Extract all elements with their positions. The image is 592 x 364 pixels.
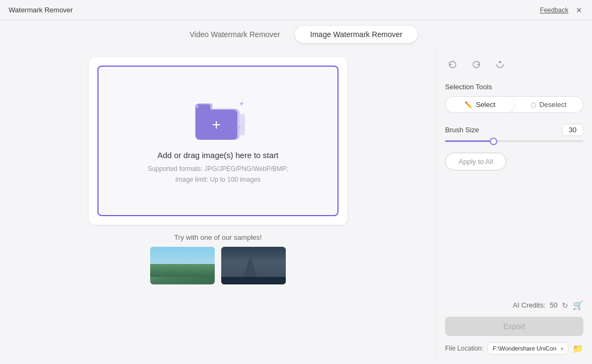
- apply-all-button[interactable]: Apply to All: [445, 153, 506, 170]
- eraser-icon: ◌: [531, 101, 536, 109]
- undo-button[interactable]: [445, 57, 460, 72]
- slider-track: [445, 140, 583, 142]
- samples-row: [89, 247, 347, 284]
- main-layout: + ✦ ✦ ✦ Add or drag image(s) here to sta…: [0, 48, 592, 363]
- right-panel: Selection Tools ✏️ Select ◌ Deselect Bru…: [436, 48, 592, 363]
- tab-video-watermark[interactable]: Video Watermark Remover: [174, 26, 295, 43]
- brush-size-value: 30: [562, 124, 583, 136]
- bottom-section: AI Credits: 50 ↻ 🛒 Export File Location:…: [445, 300, 583, 354]
- file-location-label: File Location:: [445, 345, 483, 352]
- folder-icon: + ✦ ✦ ✦: [191, 97, 245, 140]
- app-title: Watermark Remover: [9, 6, 73, 14]
- file-location-select[interactable]: F:\Wondershare UniCon ▾: [488, 342, 568, 354]
- brush-size-slider[interactable]: [445, 140, 583, 142]
- file-location-row: File Location: F:\Wondershare UniCon ▾ 📁: [445, 342, 583, 354]
- file-location-path: F:\Wondershare UniCon: [492, 345, 556, 352]
- samples-section: Try with one of our samples!: [89, 233, 347, 284]
- selection-tools-row: ✏️ Select ◌ Deselect: [445, 96, 583, 113]
- sparkle-icon-tr: ✦: [238, 99, 245, 108]
- sparkle-icon-br: ✦: [236, 123, 242, 132]
- credits-refresh-icon[interactable]: ↻: [562, 301, 568, 310]
- title-bar-actions: Feedback ✕: [540, 6, 583, 15]
- upload-subtitle: Supported formats: JPG/JPEG/PNG/WebP/BMP…: [147, 164, 288, 184]
- tab-image-watermark[interactable]: Image Watermark Remover: [295, 26, 417, 43]
- sample-thumbnail-2[interactable]: [221, 247, 286, 284]
- brush-size-row: Brush Size 30: [445, 124, 583, 136]
- plus-icon: +: [212, 117, 221, 132]
- open-folder-icon[interactable]: 📁: [573, 344, 583, 354]
- sparkle-icon-tl: ✦: [194, 102, 200, 111]
- deselect-button[interactable]: ◌ Deselect: [515, 97, 583, 112]
- ai-credits-value: 50: [550, 301, 558, 309]
- folder-main: +: [195, 110, 237, 140]
- brush-size-label: Brush Size: [445, 126, 479, 134]
- undo-icon: [448, 60, 457, 69]
- credits-cart-icon[interactable]: 🛒: [573, 300, 583, 310]
- upload-area[interactable]: + ✦ ✦ ✦ Add or drag image(s) here to sta…: [97, 66, 339, 216]
- tab-bar: Video Watermark Remover Image Watermark …: [0, 20, 592, 48]
- sample-image-2: [221, 247, 286, 284]
- tool-icons-row: [445, 57, 583, 72]
- sample-thumbnail-1[interactable]: [150, 247, 215, 284]
- selection-tools-label: Selection Tools: [445, 83, 583, 91]
- ai-credits-row: AI Credits: 50 ↻ 🛒: [445, 300, 583, 310]
- left-panel: + ✦ ✦ ✦ Add or drag image(s) here to sta…: [0, 48, 436, 363]
- select-button[interactable]: ✏️ Select: [446, 97, 515, 112]
- upload-title: Add or drag image(s) here to start: [157, 151, 278, 160]
- feedback-link[interactable]: Feedback: [540, 6, 568, 14]
- samples-label: Try with one of our samples!: [89, 233, 347, 241]
- export-button[interactable]: Export: [445, 317, 583, 336]
- sample-image-1: [150, 247, 215, 284]
- upload-container: + ✦ ✦ ✦ Add or drag image(s) here to sta…: [89, 57, 347, 225]
- close-button[interactable]: ✕: [575, 6, 583, 15]
- refresh-icon: [495, 60, 505, 69]
- brush-icon: ✏️: [464, 101, 473, 109]
- redo-icon: [471, 60, 481, 69]
- slider-thumb[interactable]: [490, 138, 497, 145]
- apply-all-container: Apply to All: [445, 153, 583, 170]
- title-bar: Watermark Remover Feedback ✕: [0, 0, 592, 20]
- redo-button[interactable]: [469, 57, 484, 72]
- refresh-button[interactable]: [492, 57, 508, 72]
- ai-credits-label: AI Credits:: [513, 301, 546, 309]
- chevron-down-icon: ▾: [561, 346, 563, 352]
- slider-fill: [445, 140, 494, 142]
